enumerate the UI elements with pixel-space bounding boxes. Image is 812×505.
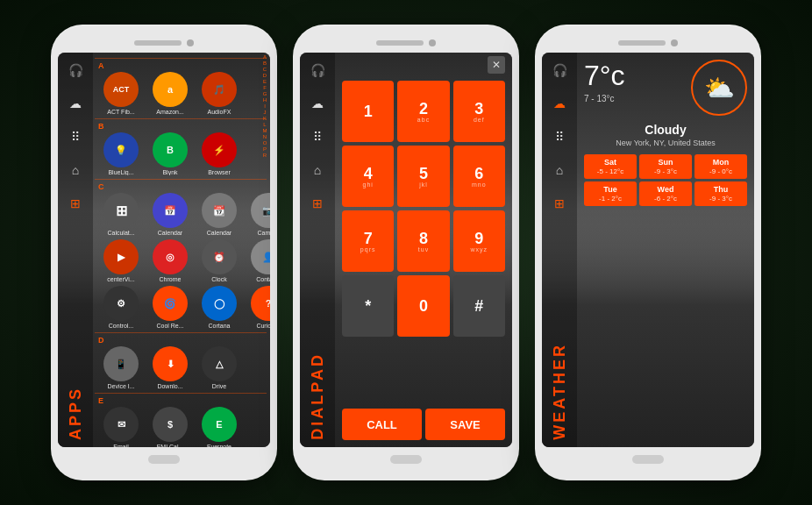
- app-icon-bluelight: 💡: [103, 132, 139, 167]
- dial-sub-3: def: [474, 117, 485, 123]
- list-item[interactable]: ⊞ Calculat...: [98, 193, 144, 236]
- alpha-o[interactable]: O: [263, 140, 267, 146]
- list-item[interactable]: ◎ Chrome: [147, 239, 193, 282]
- dial-key-star[interactable]: *: [342, 275, 394, 337]
- list-item[interactable]: ⚙ Control...: [98, 286, 144, 329]
- apps-icon-3[interactable]: ⊞: [549, 193, 570, 214]
- alpha-l[interactable]: L: [263, 122, 266, 127]
- alphabetical-index[interactable]: A B C D E F G H I J K L M N O P R: [260, 53, 270, 447]
- alpha-e[interactable]: E: [263, 79, 267, 84]
- dial-sub-7: pqrs: [360, 246, 376, 252]
- alpha-m[interactable]: M: [263, 128, 267, 133]
- app-name-calculator: Calculat...: [98, 230, 144, 236]
- dial-key-8[interactable]: 8 tuv: [397, 210, 449, 272]
- app-name-emical: EMI Cal...: [147, 444, 193, 447]
- alpha-b[interactable]: B: [263, 60, 267, 66]
- alpha-d[interactable]: D: [263, 73, 267, 78]
- grid-icon[interactable]: ⠿: [65, 126, 86, 147]
- alpha-a[interactable]: A: [263, 54, 267, 60]
- app-icon-actfib: ACT: [103, 72, 139, 107]
- speaker-grill-2: [376, 40, 424, 46]
- app-name-email: Email: [98, 444, 144, 447]
- dial-key-7[interactable]: 7 pqrs: [342, 210, 394, 272]
- home-icon-3[interactable]: ⌂: [549, 160, 570, 181]
- cloud-icon[interactable]: ☁: [65, 93, 86, 114]
- apps-row-d: 📱 Device I... ⬇ Downlo... △ Drive: [95, 346, 267, 389]
- list-item[interactable]: 🎵 AudioFX: [196, 72, 242, 115]
- day-mon-temp: -9 - 0°c: [696, 167, 745, 175]
- headphone-icon-3[interactable]: 🎧: [549, 60, 570, 81]
- weather-top-row: 7°c 7 - 13°c ⛅: [584, 60, 747, 116]
- grid-icon-2[interactable]: ⠿: [307, 126, 328, 147]
- alpha-g[interactable]: G: [263, 91, 267, 96]
- list-item[interactable]: ◯ Cortana: [196, 286, 242, 329]
- list-item[interactable]: a Amazon...: [147, 72, 193, 115]
- list-item[interactable]: E Evernote: [196, 407, 242, 447]
- alpha-p[interactable]: P: [263, 146, 267, 152]
- dial-key-0[interactable]: 0: [397, 275, 449, 337]
- app-name-control: Control...: [98, 323, 144, 329]
- list-item[interactable]: 📆 Calendar: [196, 193, 242, 236]
- dial-key-5[interactable]: 5 jkl: [397, 146, 449, 207]
- home-button-3[interactable]: [632, 455, 664, 464]
- list-item[interactable]: ACT ACT Fib...: [98, 72, 144, 115]
- list-item[interactable]: ✉ Email: [98, 407, 144, 447]
- dialpad-label: DIALPAD: [309, 345, 327, 440]
- dial-key-9[interactable]: 9 wxyz: [453, 210, 505, 272]
- alpha-r[interactable]: R: [263, 153, 267, 158]
- alpha-f[interactable]: F: [263, 85, 267, 90]
- list-item[interactable]: 💡 BlueLig...: [98, 132, 144, 175]
- cloud-icon-3[interactable]: ☁: [549, 93, 570, 114]
- list-item[interactable]: B Blynk: [147, 132, 193, 175]
- dial-key-6[interactable]: 6 mno: [453, 146, 505, 207]
- save-button[interactable]: SAVE: [425, 409, 505, 440]
- dial-num-3: 3: [474, 101, 483, 117]
- home-icon-2[interactable]: ⌂: [307, 160, 328, 181]
- app-name-devicei: Device I...: [98, 383, 144, 389]
- list-item[interactable]: ⚡ Browser: [196, 132, 242, 175]
- alpha-c[interactable]: C: [263, 67, 267, 72]
- dial-key-2[interactable]: 2 abc: [397, 81, 449, 142]
- dialpad-content-area: ✕ 1 2 abc 3 def 4 ghi: [335, 53, 512, 447]
- list-item[interactable]: ⬇ Downlo...: [147, 346, 193, 389]
- alpha-k[interactable]: K: [263, 116, 267, 121]
- phone-dialpad: 🎧 ☁ ⠿ ⌂ ⊞ DIALPAD ✕ 1 2 abc 3: [293, 25, 519, 480]
- app-icon-calendar: 📅: [153, 193, 188, 228]
- home-button-2[interactable]: [390, 455, 422, 464]
- grid-icon-3[interactable]: ⠿: [549, 126, 570, 147]
- app-name-cortana: Cortana: [196, 323, 242, 329]
- alpha-n[interactable]: N: [263, 134, 267, 139]
- app-icon-coolre: 🌀: [153, 286, 188, 321]
- home-button[interactable]: [148, 455, 180, 464]
- list-item[interactable]: 📱 Device I...: [98, 346, 144, 389]
- dial-key-1[interactable]: 1: [342, 81, 394, 142]
- list-item[interactable]: 🌀 Cool Re...: [147, 286, 193, 329]
- cloud-icon-2[interactable]: ☁: [307, 93, 328, 114]
- dial-key-3[interactable]: 3 def: [453, 81, 505, 142]
- list-item[interactable]: ⏰ Clock: [196, 239, 242, 282]
- list-item[interactable]: ▶ centerVi...: [98, 239, 144, 282]
- dial-key-4[interactable]: 4 ghi: [342, 146, 394, 207]
- list-item[interactable]: 📅 Calendar: [147, 193, 193, 236]
- dial-num-0: 0: [419, 298, 428, 314]
- app-name-evernote: Evernote: [196, 444, 242, 447]
- call-button[interactable]: CALL: [342, 409, 422, 440]
- section-a-label: A: [98, 61, 267, 70]
- apps-icon[interactable]: ⊞: [65, 193, 86, 214]
- alpha-i[interactable]: I: [264, 103, 266, 109]
- dial-key-hash[interactable]: #: [453, 275, 505, 337]
- section-d-label: D: [98, 336, 267, 345]
- day-sat-name: Sat: [586, 158, 635, 167]
- close-button[interactable]: ✕: [488, 56, 505, 74]
- alpha-h[interactable]: H: [263, 97, 267, 103]
- headphone-icon-2[interactable]: 🎧: [307, 60, 328, 81]
- apps-icon-2[interactable]: ⊞: [307, 193, 328, 214]
- dial-num-6: 6: [474, 166, 483, 181]
- headphone-icon[interactable]: 🎧: [65, 60, 86, 81]
- list-item[interactable]: △ Drive: [196, 346, 242, 389]
- list-item[interactable]: $ EMI Cal...: [147, 407, 193, 447]
- app-icon-blynk: B: [153, 132, 188, 167]
- home-icon[interactable]: ⌂: [65, 160, 86, 181]
- weather-day-mon: Mon -9 - 0°c: [694, 154, 747, 179]
- alpha-j[interactable]: J: [264, 110, 267, 115]
